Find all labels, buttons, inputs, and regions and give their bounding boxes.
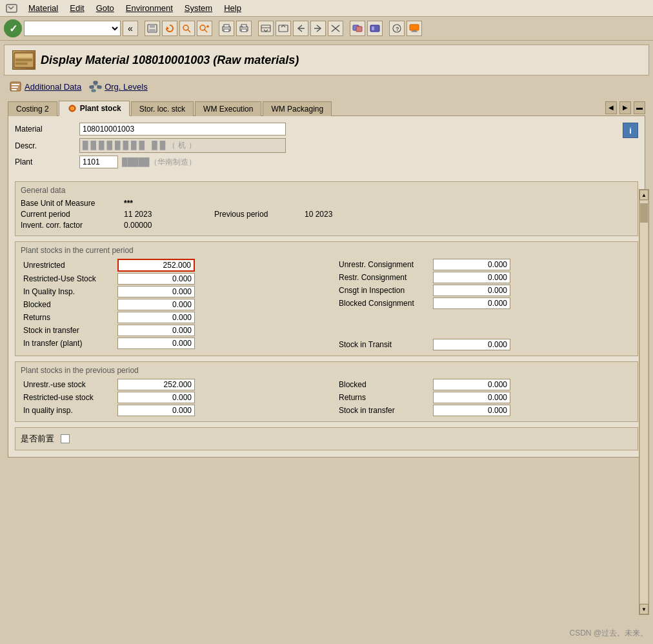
scroll-up-btn[interactable]: ▲ xyxy=(639,190,648,200)
org-levels-icon xyxy=(89,81,102,92)
additional-data-label: Additional Data xyxy=(25,82,81,92)
base-uom-row: Base Unit of Measure *** xyxy=(21,199,632,208)
current-left-col: Unrestricted 252.000 Restricted-Use Stoc… xyxy=(21,259,317,352)
find-next-btn[interactable] xyxy=(197,21,212,36)
info-button[interactable]: i xyxy=(623,123,638,138)
fwd-btn[interactable] xyxy=(310,21,326,36)
svg-line-8 xyxy=(205,30,207,32)
prev-quality-row: In quality insp. 0.000 xyxy=(21,405,317,416)
svg-line-47 xyxy=(95,85,99,86)
prev-returns-row: Returns 0.000 xyxy=(336,392,632,403)
scroll-thumb[interactable] xyxy=(640,203,648,223)
in-transfer-plant-value: 0.000 xyxy=(117,337,195,349)
tab-plant-stock[interactable]: Plant stock xyxy=(59,101,130,116)
stock-transfer-value: 0.000 xyxy=(117,325,195,336)
back-btn[interactable] xyxy=(293,21,308,36)
material-value: 108010001003 xyxy=(79,123,286,136)
svg-marker-4 xyxy=(166,26,169,30)
tab-wm-execution[interactable]: WM Execution xyxy=(195,101,261,116)
title-bar: Display Material 108010001003 (Raw mater… xyxy=(4,45,649,75)
refresh-btn[interactable] xyxy=(162,21,177,36)
additional-data-btn[interactable]: Additional Data xyxy=(9,81,81,92)
current-period-value: 11 2023 xyxy=(124,210,176,219)
svg-rect-44 xyxy=(97,86,101,88)
stock-transit-row: Stock in Transit 0.000 xyxy=(336,339,632,350)
svg-rect-42 xyxy=(94,81,97,84)
svg-text:?: ? xyxy=(396,26,399,32)
menu-material[interactable]: Material xyxy=(23,2,63,14)
toolbar-select[interactable] xyxy=(24,21,121,36)
general-data-section: General data Base Unit of Measure *** Cu… xyxy=(15,181,638,236)
svg-rect-20 xyxy=(279,25,288,32)
svg-rect-36 xyxy=(15,59,32,61)
svg-rect-3 xyxy=(149,29,156,32)
invent-value: 0.00000 xyxy=(124,221,176,230)
find-btn[interactable] xyxy=(179,21,195,36)
cnsgt-insp-value: 0.000 xyxy=(433,285,510,296)
print2-btn[interactable]: A xyxy=(236,21,252,36)
menu-goto[interactable]: Goto xyxy=(91,2,119,14)
descr-value: ████████ ██（机） xyxy=(79,138,286,153)
material-label: Material xyxy=(15,125,79,134)
org-levels-btn[interactable]: Org. Levels xyxy=(89,81,147,92)
check-button[interactable] xyxy=(4,19,22,37)
svg-line-6 xyxy=(188,30,190,32)
quality-insp-label: In Quality Insp. xyxy=(21,287,117,297)
window2-btn[interactable] xyxy=(367,21,383,36)
prev-blocked-row: Blocked 0.000 xyxy=(336,379,632,390)
menu-environment[interactable]: Environment xyxy=(121,2,178,14)
svg-rect-37 xyxy=(15,63,28,65)
tab-next-btn[interactable]: ▶ xyxy=(619,101,631,114)
action-bar: Additional Data Org. Levels xyxy=(4,78,649,95)
save-btn[interactable] xyxy=(145,21,160,36)
unrestricted-row: Unrestricted 252.000 xyxy=(21,259,317,272)
tab-costing2[interactable]: Costing 2 xyxy=(8,101,57,116)
base-uom-label: Base Unit of Measure xyxy=(21,199,124,208)
svg-rect-43 xyxy=(90,86,94,88)
prev-transfer-label: Stock in transfer xyxy=(336,405,433,416)
tab-wm-packaging[interactable]: WM Packaging xyxy=(263,101,332,116)
menu-edit[interactable]: Edit xyxy=(65,2,89,14)
help-btn[interactable]: ? xyxy=(389,21,405,36)
previous-period-value: 10 2023 xyxy=(305,210,332,219)
org-levels-label: Org. Levels xyxy=(105,82,147,92)
watermark: CSDN @过去。未来。 xyxy=(569,628,648,639)
prev-left-col: Unrestr.-use stock 252.000 Restricted-us… xyxy=(21,379,317,418)
svg-point-5 xyxy=(183,25,188,30)
plant-stock-tab-icon xyxy=(67,104,77,113)
menu-bar: Material Edit Goto Environment System He… xyxy=(0,0,653,17)
prev-returns-label: Returns xyxy=(336,392,433,403)
cancel-btn[interactable] xyxy=(328,21,343,36)
additional-data-icon xyxy=(9,81,22,92)
previous-period-label: Previous period xyxy=(214,210,305,219)
prev-blocked-value: 0.000 xyxy=(433,379,510,390)
print-btn[interactable] xyxy=(219,21,234,36)
quality-insp-value: 0.000 xyxy=(117,286,195,297)
nav-back-btn[interactable]: « xyxy=(123,21,138,36)
svg-rect-40 xyxy=(12,86,18,88)
tab-stor-loc[interactable]: Stor. loc. stck xyxy=(131,101,194,116)
restricted-use-row: Restricted-Use Stock 0.000 xyxy=(21,273,317,285)
svg-rect-13 xyxy=(224,29,229,32)
current-right-col: Unrestr. Consignment 0.000 Restr. Consig… xyxy=(336,259,632,352)
quality-insp-row: In Quality Insp. 0.000 xyxy=(21,286,317,297)
menu-system[interactable]: System xyxy=(179,2,217,14)
export-btn[interactable] xyxy=(258,21,274,36)
tab-prev-btn[interactable]: ◀ xyxy=(605,101,617,114)
scroll-down-btn[interactable]: ▼ xyxy=(639,604,648,614)
monitor-btn[interactable] xyxy=(407,21,422,36)
menu-help[interactable]: Help xyxy=(219,2,246,14)
export2-btn[interactable] xyxy=(276,21,291,36)
restricted-use-value: 0.000 xyxy=(117,273,195,285)
scroll-track xyxy=(640,201,648,603)
blocked-value: 0.000 xyxy=(117,299,195,310)
window1-btn[interactable] xyxy=(350,21,365,36)
prev-right-col: Blocked 0.000 Returns 0.000 Stock in tra… xyxy=(336,379,632,418)
bottom-checkbox[interactable] xyxy=(61,434,70,443)
plant-desc: █████（华南制造） xyxy=(122,157,196,168)
stock-transfer-label: Stock in transfer xyxy=(21,325,117,336)
tab-menu-btn[interactable]: ▬ xyxy=(634,101,645,114)
returns-row: Returns 0.000 xyxy=(21,312,317,323)
svg-text:A: A xyxy=(241,25,243,28)
prev-unrestr-row: Unrestr.-use stock 252.000 xyxy=(21,379,317,390)
